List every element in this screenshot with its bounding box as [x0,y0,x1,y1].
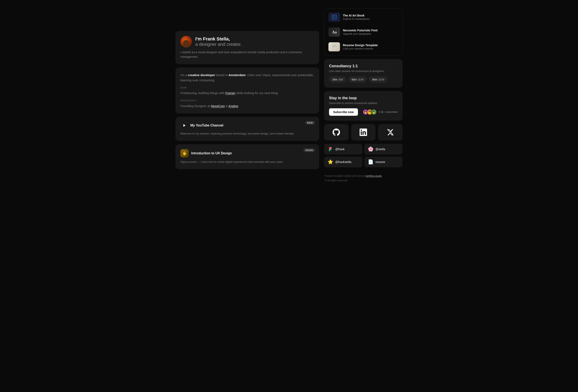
link-frank-text: @frank [335,147,344,151]
nexacore-link[interactable]: NexaCore [211,104,225,108]
now-label: NOW [180,86,314,90]
duration-30m: 30m [332,78,337,81]
about-now: Freelancing, building things with Framer… [180,90,314,96]
product-font[interactable]: Aa Necosmic Futuristic Font Upgrade your… [326,25,401,39]
product-resume-thumb [329,42,340,51]
twitter-button[interactable] [378,124,402,140]
svg-rect-0 [332,15,337,19]
yt-title: My YouTube Channel [190,124,223,127]
sub-avatar-3: 👩 [371,109,377,115]
profile-title: I'm Frank Stella, [195,36,242,42]
subscribe-button[interactable]: Subscribe now [329,108,358,116]
lightflow-link[interactable]: lightflow.studio [366,174,382,177]
product-font-info: Necosmic Futuristic Font Upgrade your ty… [343,29,398,35]
link-stella-text: @stella [376,147,385,151]
about-highlight2: Amsterdam [229,73,246,77]
profile-name: I'm Frank Stella, a designer and creator… [195,36,242,47]
link-frankstella-text: @frankstella [335,160,351,164]
price-val-30m: $99 [339,78,343,81]
profile-header: I'm Frank Stella, a designer and creator… [180,36,314,47]
subscriber-avatars: 👩 👨 👩 [363,109,377,115]
svg-text:Aa: Aa [332,30,337,34]
youtube-card[interactable]: NEW My YouTube Channel Welcome to my cha… [176,117,319,141]
yellow-star-icon: ⭐ [327,159,333,165]
course-description: Figma course — Learn how to create digit… [180,160,314,164]
newsletter-desc: Subscribe to receive occasional updates. [329,101,398,105]
x-twitter-icon [387,129,394,136]
link-resume-text: resume [376,160,385,164]
social-row [324,124,402,140]
avatar [180,36,192,47]
price-val-90m: $199 [379,78,384,81]
product-ai-desc: Explore AI masterpieces. [343,18,398,20]
product-ai-thumb [329,13,340,22]
pink-star-icon: 🌸 [368,146,373,152]
product-font-thumb: Aa [329,27,340,37]
product-ai-name: The AI Art Book [343,14,398,17]
linkedin-icon [360,129,367,136]
pricing-row: 30m $99 60m $149 90m $199 [329,76,398,83]
about-card: I'm a creative developer based in Amster… [176,67,319,113]
course-header: 🖐 Introduction to UX Design [180,149,314,157]
price-60m[interactable]: 60m $149 [348,76,367,83]
framer-link[interactable]: Framer [225,91,235,95]
prev-label: PREVIOUSLY [180,99,314,103]
course-title: Introduction to UX Design [191,151,232,155]
product-font-desc: Upgrade your typography. [343,32,398,35]
price-90m[interactable]: 90m $199 [369,76,387,83]
svg-rect-5 [332,44,336,49]
yt-description: Welcome to my channel, exploring premium… [180,132,314,136]
youtube-icon [180,122,188,129]
now-text1: Freelancing, building things with [180,91,225,95]
soon-badge: SOON [303,148,315,152]
product-resume-desc: Craft your standout resume. [343,47,398,50]
consultancy-card: Consultancy 1:1 Live video session for b… [324,59,402,88]
products-section: The AI Art Book Explore AI masterpieces.… [324,8,402,56]
about-text1: I'm a [180,73,188,77]
duration-90m: 90m [372,78,377,81]
analog-link[interactable]: Analog [229,104,238,108]
newsletter-card: Stay in the loop Subscribe to receive oc… [324,91,402,121]
yt-header: My YouTube Channel [180,122,314,129]
profile-card: I'm Frank Stella, a designer and creator… [176,31,319,64]
price-val-60m: $149 [358,78,364,81]
links-grid: @frank 🌸 @stella ⭐ @frankstella 📄 resume [324,144,402,167]
new-badge: NEW [305,121,315,125]
product-font-name: Necosmic Futuristic Font [343,29,398,32]
course-thumbnail: 🖐 [180,149,189,157]
linkedin-button[interactable] [351,124,376,140]
price-30m[interactable]: 30m $99 [329,76,346,83]
prev-text2: & [225,104,229,108]
duration-60m: 60m [351,78,357,81]
subscriber-count: 9.6k+ subscribed [379,111,398,113]
profile-subtitle: a designer and creator. [195,42,242,47]
link-resume[interactable]: 📄 resume [364,157,402,167]
course-card[interactable]: SOON 🖐 Introduction to UX Design Figma c… [176,144,319,169]
profile-bio: I started as a visual designer and have … [180,50,314,59]
figma-icon [327,146,333,152]
newsletter-title: Stay in the loop [329,96,398,100]
link-stella[interactable]: 🌸 @stella [364,144,402,155]
resume-doc-icon: 📄 [368,159,373,165]
footer-text: Framer template crafted with love by [325,174,366,177]
link-frankstella[interactable]: ⭐ @frankstella [324,157,362,167]
github-button[interactable] [324,124,349,140]
consultancy-desc: Live video session for businesses & desi… [329,70,398,73]
prev-text3: . [238,104,239,108]
now-text2: while looking for my next thing. [235,91,279,95]
github-icon [333,129,340,136]
product-ai-info: The AI Art Book Explore AI masterpieces. [343,14,398,20]
product-resume[interactable]: Resume Design Template Craft your stando… [326,40,401,54]
product-ai-art[interactable]: The AI Art Book Explore AI masterpieces. [326,10,401,24]
subscriber-info: 👩 👨 👩 9.6k+ subscribed [363,109,398,115]
footer: Framer template crafted with love by lig… [324,171,402,183]
link-frank[interactable]: @frank [324,144,362,155]
about-text2: based in [215,73,229,77]
prev-text1: Founding Designer at [180,104,211,108]
about-highlight1: creative developer [188,73,215,77]
about-intro: I'm a creative developer based in Amster… [180,72,314,83]
product-resume-name: Resume Design Template [343,44,398,47]
footer-copyright: © All rights reserved. [325,178,402,183]
product-resume-info: Resume Design Template Craft your stando… [343,44,398,50]
footer-credit: Framer template crafted with love by lig… [325,174,402,178]
